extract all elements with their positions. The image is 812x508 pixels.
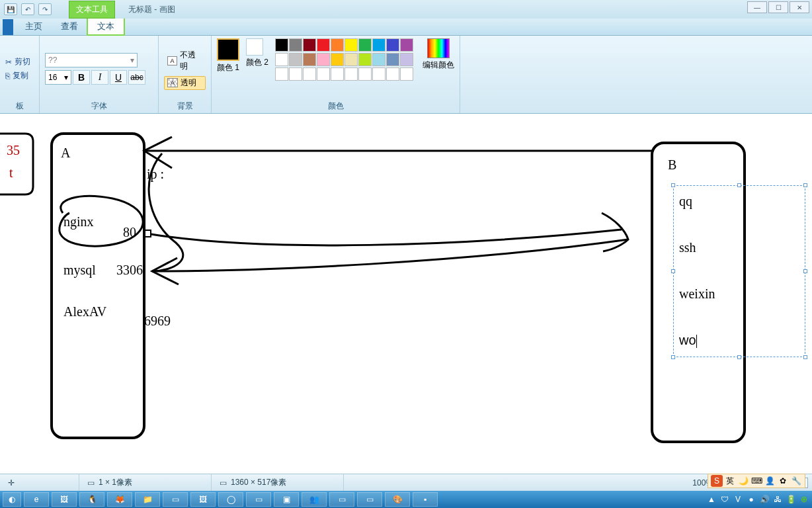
ime-gear-icon[interactable]: ✿ (777, 475, 789, 487)
color-swatch[interactable] (386, 38, 399, 52)
color-swatch[interactable] (303, 53, 316, 66)
tray-up-icon[interactable]: ▲ (706, 494, 717, 505)
opaque-option[interactable]: A不透明 (164, 48, 206, 73)
color-swatch[interactable] (386, 67, 399, 81)
taskbar-people-icon[interactable]: 👥 (302, 492, 327, 507)
color-swatch[interactable] (345, 53, 358, 66)
color-swatch[interactable] (331, 38, 344, 52)
bold-button[interactable]: B (73, 70, 90, 85)
taskbar-vm-icon[interactable]: ▭ (329, 492, 354, 507)
color-swatch[interactable] (317, 67, 330, 81)
taskbar-note-icon[interactable]: ▭ (357, 492, 382, 507)
color-swatch[interactable] (289, 38, 302, 52)
status-size: ▭1360 × 517像素 (212, 474, 344, 491)
canvas-text-box-a: A (61, 146, 70, 161)
ime-toolbar[interactable]: S 英 🌙 ⌨ 👤 ✿ 🔧 (708, 474, 805, 488)
color-swatch[interactable] (317, 53, 330, 66)
copy-button[interactable]: ⎘复制 (5, 70, 34, 81)
color-swatch[interactable] (275, 53, 288, 66)
tray-battery-icon[interactable]: 🔋 (786, 494, 796, 505)
color-swatch[interactable] (372, 67, 386, 81)
cut-button[interactable]: ✂剪切 (5, 56, 34, 67)
taskbar-app-icon[interactable]: ▭ (163, 492, 188, 507)
taskbar-firefox-icon[interactable]: 🦊 (107, 492, 132, 507)
ime-lang[interactable]: 英 (724, 475, 736, 487)
transparent-option[interactable]: A透明 (164, 76, 206, 90)
color-swatch[interactable] (275, 67, 288, 81)
color1-button[interactable]: 颜色 1 (217, 38, 239, 73)
tray-plus-icon[interactable]: ⊕ (799, 494, 809, 505)
ime-keyboard-icon[interactable]: ⌨ (751, 475, 762, 487)
taskbar-cmd-icon[interactable]: ▪ (413, 492, 438, 507)
taskbar-picture-icon[interactable]: 🖼 (190, 492, 216, 507)
tray-volume-icon[interactable]: 🔊 (759, 494, 770, 505)
color-swatch[interactable] (317, 38, 330, 52)
minimize-button[interactable]: — (747, 1, 767, 13)
resize-handle[interactable] (803, 355, 807, 359)
ime-logo-icon[interactable]: S (711, 475, 723, 487)
resize-handle[interactable] (671, 355, 675, 359)
color-swatch[interactable] (303, 67, 316, 81)
resize-handle[interactable] (671, 269, 675, 273)
close-button[interactable]: ✕ (790, 1, 809, 13)
undo-icon[interactable]: ↶ (21, 3, 34, 15)
resize-handle[interactable] (803, 183, 807, 187)
resize-handle[interactable] (803, 269, 807, 273)
underline-button[interactable]: U (110, 70, 127, 85)
group-colors: 颜色 1 颜色 2 编辑颜色 颜色 (212, 36, 460, 113)
app-menu-button[interactable] (3, 19, 13, 35)
color-swatch[interactable] (331, 53, 344, 66)
ime-moon-icon[interactable]: 🌙 (737, 475, 749, 487)
resize-handle[interactable] (671, 183, 675, 187)
color-swatch[interactable] (372, 38, 386, 52)
ime-person-icon[interactable]: 👤 (764, 475, 776, 487)
color-swatch[interactable] (400, 53, 413, 66)
start-button[interactable]: ◐ (3, 492, 21, 507)
taskbar-folder-icon[interactable]: 📁 (135, 492, 160, 507)
taskbar-qq-icon[interactable]: 🐧 (79, 492, 104, 507)
color-swatch[interactable] (289, 67, 302, 81)
color-swatch[interactable] (345, 38, 358, 52)
edit-colors-button[interactable]: 编辑颜色 (423, 38, 454, 71)
taskbar-pycharm-icon[interactable]: ▣ (274, 492, 299, 507)
canvas[interactable]: 35 t A ip : nginx 80 mysql 3306 AlexAV 6… (0, 114, 812, 474)
tray-dot-icon[interactable]: ● (746, 494, 756, 505)
ime-wrench-icon[interactable]: 🔧 (790, 475, 802, 487)
taskbar-paint-icon[interactable]: 🎨 (385, 492, 410, 507)
maximize-button[interactable]: ☐ (768, 1, 788, 13)
redo-icon[interactable]: ↷ (38, 3, 52, 15)
color-swatch[interactable] (275, 38, 288, 52)
color-swatch[interactable] (358, 53, 372, 66)
scissors-icon: ✂ (5, 58, 12, 67)
color-swatch[interactable] (400, 38, 413, 52)
color-swatch[interactable] (358, 38, 372, 52)
strikethrough-button[interactable]: abc (128, 70, 145, 85)
color-swatch[interactable] (386, 53, 399, 66)
resize-handle[interactable] (737, 183, 741, 187)
taskbar-app2-icon[interactable]: ▭ (246, 492, 271, 507)
font-family-combo[interactable]: ??▾ (45, 53, 138, 67)
resize-handle[interactable] (737, 355, 741, 359)
save-icon[interactable]: 💾 (4, 3, 17, 15)
font-size-combo[interactable]: 16▾ (45, 70, 71, 85)
color-swatch[interactable] (400, 67, 413, 81)
color-swatch[interactable] (303, 38, 316, 52)
tab-home[interactable]: 主页 (16, 18, 52, 35)
color-swatch[interactable] (372, 53, 386, 66)
italic-button[interactable]: I (91, 70, 108, 85)
text-selection[interactable]: qq ssh weixin wo (673, 185, 805, 357)
taskbar-ie-icon[interactable]: e (24, 492, 49, 507)
taskbar-image-icon[interactable]: 🖼 (52, 492, 77, 507)
tab-text[interactable]: 文本 (87, 17, 124, 35)
color-swatch[interactable] (331, 67, 344, 81)
tray-v-icon[interactable]: V (733, 494, 743, 505)
canvas-text-ssh: ssh (679, 240, 696, 255)
tab-view[interactable]: 查看 (52, 18, 87, 35)
color-swatch[interactable] (345, 67, 358, 81)
tray-shield-icon[interactable]: 🛡 (719, 494, 730, 505)
color2-button[interactable]: 颜色 2 (246, 38, 268, 68)
tray-network-icon[interactable]: 🖧 (772, 494, 783, 505)
taskbar-chrome-icon[interactable]: ◯ (218, 492, 243, 507)
color-swatch[interactable] (289, 53, 302, 66)
color-swatch[interactable] (358, 67, 372, 81)
